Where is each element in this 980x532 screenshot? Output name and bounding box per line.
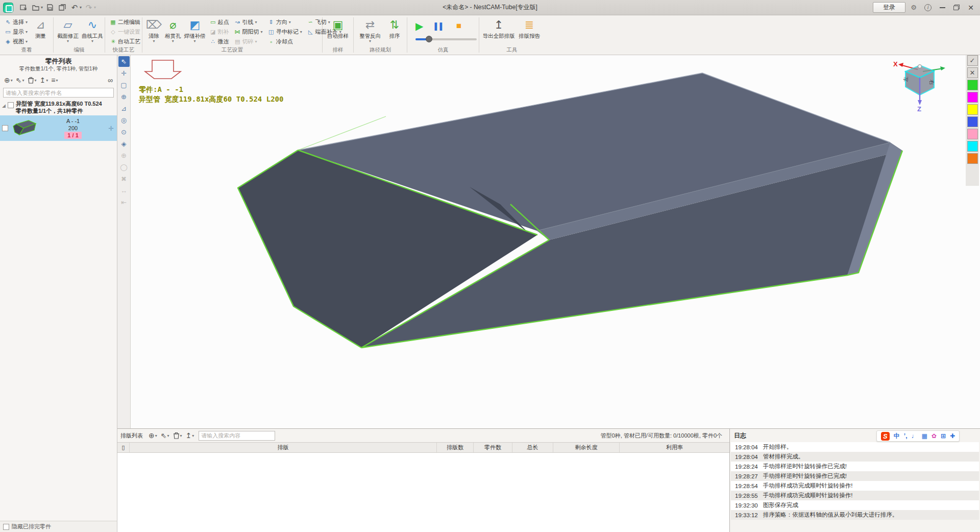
sort-parts-button[interactable]: ≡▾	[50, 76, 59, 85]
sim-stop-button[interactable]: ■	[456, 21, 461, 31]
vp-3dview-button[interactable]: ◈	[118, 138, 130, 149]
color-swatch-blue[interactable]	[967, 116, 978, 127]
curve-tools-button[interactable]: ∿ 曲线工具▾	[81, 17, 104, 44]
vp-delete-disabled-button[interactable]: ✖	[118, 174, 130, 184]
settings-gear-icon[interactable]: ⚙	[908, 2, 920, 13]
add-part-button[interactable]: ⊕▾	[3, 76, 14, 85]
hide-finished-checkbox[interactable]	[3, 524, 9, 530]
sim-play-button[interactable]: ▶	[415, 20, 423, 32]
nest-select-button[interactable]: ⇖▾	[160, 431, 170, 440]
measure-button[interactable]: ⊿ 测量	[31, 17, 50, 41]
intersect-hole-button[interactable]: ⌀ 相贯孔▾	[164, 17, 182, 44]
save-as-icon[interactable]	[57, 2, 68, 13]
select-all-icon[interactable]: ▯	[117, 443, 130, 452]
color-swatch-cyan[interactable]	[967, 141, 978, 152]
redo-icon[interactable]: ↷	[83, 2, 94, 13]
vp-flip-disabled-button[interactable]: ↔	[118, 185, 130, 196]
cooling-point-button[interactable]: ▫冷却点	[266, 37, 304, 46]
viewport-3d[interactable]: ⇖ ✛ ▢ ⊕ ⊿ ◎ ⊙ ◈ ⊕ ◯ ✖ ↔ ⇤	[117, 55, 980, 429]
column-layout[interactable]: 排版	[130, 443, 437, 452]
lead-line-button[interactable]: ↝引线▾	[233, 18, 264, 27]
vp-fit-button[interactable]: ▢	[118, 80, 130, 90]
ime-lang-icon[interactable]: 中	[894, 432, 900, 441]
yinyang-cut-button[interactable]: ⋈阴阳切▾	[233, 28, 264, 36]
swatch-cancel-button[interactable]: ✕	[967, 67, 978, 78]
color-swatch-orange[interactable]	[967, 153, 978, 164]
open-file-icon[interactable]	[30, 2, 41, 13]
display-button[interactable]: ▭显示▾	[3, 28, 29, 36]
part-checkbox[interactable]	[2, 125, 8, 131]
about-info-icon[interactable]: i	[922, 2, 934, 13]
vp-pan-button[interactable]: ✛	[118, 68, 130, 79]
vp-measure-button[interactable]: ⊿	[118, 103, 130, 114]
part-group-row[interactable]: ◢ 异型管 宽度119.81x高度60 T0.524 零件数量1/1个，共1种零…	[0, 99, 117, 115]
delete-part-button[interactable]: ▾	[27, 76, 38, 84]
color-swatch-yellow[interactable]	[967, 104, 978, 115]
color-swatch-green[interactable]	[967, 80, 978, 90]
vp-prev-disabled-button[interactable]: ⇤	[118, 197, 130, 208]
vp-select-button[interactable]: ⇖	[118, 56, 130, 67]
direction-button[interactable]: ⇕方向▾	[266, 18, 304, 27]
nest-report-button[interactable]: ≣ 排版报告	[517, 17, 542, 41]
close-button[interactable]: ✕	[965, 2, 977, 13]
column-remain-length[interactable]: 剩余长度	[553, 443, 620, 452]
swatch-confirm-button[interactable]: ✓	[967, 55, 978, 66]
vp-camera-button[interactable]: ◎	[118, 115, 130, 126]
link-button[interactable]: ∞	[107, 76, 114, 85]
select-button[interactable]: ⇖选择▾	[3, 18, 29, 27]
sim-speed-slider[interactable]	[415, 38, 477, 40]
restore-button[interactable]	[950, 2, 963, 13]
start-point-button[interactable]: ▭起点	[208, 18, 231, 27]
part-list-item-selected[interactable]: A - -1 200 1 / 1 ✛	[0, 115, 117, 141]
vp-zoom-button[interactable]: ⊕	[118, 91, 130, 102]
nest-table-body[interactable]	[117, 453, 729, 532]
column-total-length[interactable]: 总长	[512, 443, 553, 452]
section-fix-button[interactable]: ▱ 截面修正▾	[57, 17, 79, 44]
column-layout-count[interactable]: 排版数	[437, 443, 474, 452]
weld-comp-button[interactable]: ◩ 焊缝补偿▾	[184, 17, 206, 44]
vp-magnify-button[interactable]: ⊙	[118, 127, 130, 137]
minimize-button[interactable]	[936, 2, 948, 13]
column-part-count[interactable]: 零件数	[474, 443, 512, 452]
column-utilization[interactable]: 利用率	[620, 443, 729, 452]
auto-nest-button[interactable]: ▣ 自动排样	[326, 17, 350, 41]
nest-search-input[interactable]	[199, 431, 275, 441]
edit-2d-button[interactable]: ▦二维编辑	[108, 18, 142, 27]
expander-icon[interactable]: ◢	[2, 103, 6, 108]
nest-add-button[interactable]: ⊕▾	[148, 431, 158, 440]
vp-add-disabled-button[interactable]: ⊕	[118, 150, 130, 161]
onekey-setting-button[interactable]: ◇一键设置	[108, 28, 142, 36]
tube-part-3d[interactable]: X Z 左 右	[131, 55, 980, 429]
group-checkbox[interactable]	[8, 102, 14, 108]
open-file-dropdown[interactable]: ▾	[41, 5, 43, 10]
vp-circle-disabled-button[interactable]: ◯	[118, 162, 130, 173]
drag-move-icon[interactable]: ✛	[108, 125, 114, 132]
ime-keyboard-icon[interactable]: ▦	[921, 432, 927, 440]
move-top-button[interactable]: ↥▾	[39, 76, 50, 85]
shred-button[interactable]: ▤切碎▾	[233, 37, 264, 46]
sim-pause-button[interactable]: ▌▌	[434, 22, 445, 30]
sogou-logo-icon[interactable]: S	[881, 432, 890, 441]
undo-icon[interactable]: ↶	[69, 2, 80, 13]
center-mark-button[interactable]: ◫寻中标记▾	[266, 28, 304, 36]
undo-dropdown[interactable]: ▾	[80, 5, 82, 10]
clear-button[interactable]: ⌦ 清除▾	[145, 17, 162, 44]
ime-skin-icon[interactable]: ✿	[932, 432, 937, 440]
parts-search-input[interactable]	[3, 88, 114, 98]
nest-top-button[interactable]: ↥▾	[185, 431, 195, 440]
ime-mic-icon[interactable]: ♩	[911, 432, 917, 440]
view-button[interactable]: ◈视图▾	[3, 37, 29, 46]
sort-button[interactable]: ⇅ 排序	[385, 17, 404, 41]
color-swatch-pink[interactable]	[967, 129, 978, 139]
reverse-tube-button[interactable]: ⇄ 整管反向▾	[357, 17, 383, 44]
sim-slider-thumb[interactable]	[426, 36, 432, 42]
new-window-icon[interactable]	[18, 2, 29, 13]
login-button[interactable]: 登录	[873, 2, 905, 13]
save-file-icon[interactable]	[44, 2, 56, 13]
select-part-button[interactable]: ⇖▾	[15, 76, 26, 85]
micro-joint-button[interactable]: ∴微连	[208, 37, 231, 46]
auto-process-button[interactable]: ✳自动工艺	[108, 37, 142, 46]
export-all-button[interactable]: ↥ 导出全部排版	[482, 17, 515, 41]
nest-delete-button[interactable]: ▾	[172, 431, 183, 440]
color-swatch-magenta[interactable]	[967, 92, 978, 103]
